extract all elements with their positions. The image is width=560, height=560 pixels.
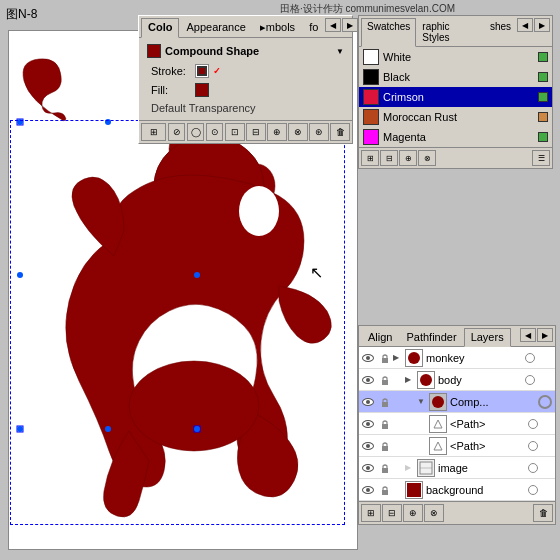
scroll-right[interactable]: ▶	[342, 18, 358, 32]
layer-path2[interactable]: <Path>	[359, 435, 555, 457]
tab-swatches[interactable]: Swatches	[361, 18, 416, 47]
visibility-image[interactable]	[359, 457, 377, 479]
eye-icon-compound	[362, 398, 374, 406]
layers-btn-trash[interactable]: 🗑	[533, 504, 553, 522]
toolbar-btn-9[interactable]: ⊛	[309, 123, 329, 141]
visibility-monkey[interactable]	[359, 347, 377, 369]
tab-align[interactable]: Align	[361, 328, 399, 346]
panel-toolbar: ⊞ ⊘ ◯ ⊙ ⊡ ⊟ ⊕ ⊗ ⊛ 🗑	[139, 120, 352, 143]
layer-body[interactable]: ▶ body	[359, 369, 555, 391]
layers-btn-3[interactable]: ⊕	[403, 504, 423, 522]
toolbar-btn-8[interactable]: ⊗	[288, 123, 308, 141]
layers-panel: Align Pathfinder Layers ◀ ▶ ▶	[358, 325, 556, 525]
swatch-name-black: Black	[383, 71, 534, 83]
swatch-name-moroccan-rust: Moroccan Rust	[383, 111, 534, 123]
tab-graphic-styles[interactable]: raphic Styles	[416, 18, 484, 46]
toolbar-btn-3[interactable]: ◯	[187, 123, 204, 141]
toolbar-btn-7[interactable]: ⊕	[267, 123, 287, 141]
lock-path2[interactable]	[377, 435, 393, 457]
layers-btn-4[interactable]: ⊗	[424, 504, 444, 522]
visibility-compound[interactable]	[359, 391, 377, 413]
tab-layers[interactable]: Layers	[464, 328, 511, 347]
thumb-icon-body	[418, 372, 434, 388]
lock-background[interactable]	[377, 479, 393, 501]
tab-fo[interactable]: fo	[302, 18, 325, 37]
swatch-box-black	[363, 69, 379, 85]
visibility-body[interactable]	[359, 369, 377, 391]
sw-btn-5[interactable]: ☰	[532, 150, 550, 166]
layers-btn-2[interactable]: ⊟	[382, 504, 402, 522]
lock-icon-compound	[380, 397, 390, 407]
swatch-magenta[interactable]: Magenta	[359, 127, 552, 147]
lock-image[interactable]	[377, 457, 393, 479]
sw-btn-1[interactable]: ⊞	[361, 150, 379, 166]
toolbar-btn-4[interactable]: ⊙	[206, 123, 223, 141]
tab-symbols[interactable]: ▸mbols	[253, 18, 302, 37]
toolbar-btn-6[interactable]: ⊟	[246, 123, 266, 141]
swatch-indicator-black	[538, 72, 548, 82]
tab-pathfinder[interactable]: Pathfinder	[399, 328, 463, 346]
eye-icon-body	[362, 376, 374, 384]
sw-btn-2[interactable]: ⊟	[380, 150, 398, 166]
layers-toolbar: ⊞ ⊟ ⊕ ⊗ 🗑	[359, 501, 555, 524]
lock-path1[interactable]	[377, 413, 393, 435]
toolbar-btn-2[interactable]: ⊘	[168, 123, 185, 141]
visibility-background[interactable]	[359, 479, 377, 501]
lock-monkey[interactable]	[377, 347, 393, 369]
svg-point-15	[194, 272, 200, 278]
swatches-tabs: Swatches raphic Styles shes ◀ ▶	[359, 16, 552, 47]
swatch-black[interactable]: Black	[359, 67, 552, 87]
layer-compound[interactable]: ▼ Comp...	[359, 391, 555, 413]
triangle-image[interactable]: ▶	[405, 463, 417, 472]
swatch-name-white: White	[383, 51, 534, 63]
eye-icon-image	[362, 464, 374, 472]
swatch-box-crimson	[363, 89, 379, 105]
layer-image[interactable]: ▶ image	[359, 457, 555, 479]
sw-scroll-left[interactable]: ◀	[517, 18, 533, 32]
swatch-box-moroccan-rust	[363, 109, 379, 125]
visibility-path2[interactable]	[359, 435, 377, 457]
lock-body[interactable]	[377, 369, 393, 391]
svg-point-5	[239, 186, 279, 236]
swatch-white[interactable]: White	[359, 47, 552, 67]
sw-btn-4[interactable]: ⊗	[418, 150, 436, 166]
layers-toolbar-spacer: 🗑	[533, 504, 553, 522]
spacer-body	[538, 373, 552, 387]
visibility-path1[interactable]	[359, 413, 377, 435]
swatch-crimson[interactable]: Crimson	[359, 87, 552, 107]
sw-btn-3[interactable]: ⊕	[399, 150, 417, 166]
layers-btn-1[interactable]: ⊞	[361, 504, 381, 522]
svg-point-4	[129, 361, 259, 451]
fill-swatch[interactable]	[195, 83, 209, 97]
figure-label: 图N-8	[6, 6, 37, 23]
thumb-body	[417, 371, 435, 389]
swatch-moroccan-rust[interactable]: Moroccan Rust	[359, 107, 552, 127]
layer-scroll-down[interactable]: ▶	[537, 328, 553, 342]
lock-compound[interactable]	[377, 391, 393, 413]
svg-rect-25	[382, 446, 388, 451]
svg-rect-22	[382, 402, 388, 407]
triangle-monkey[interactable]: ▶	[393, 353, 405, 362]
stroke-swatch[interactable]	[195, 64, 209, 78]
svg-point-19	[408, 352, 420, 364]
triangle-compound[interactable]: ▼	[417, 397, 429, 406]
lock-icon-image	[380, 463, 390, 473]
toolbar-btn-5[interactable]: ⊡	[225, 123, 245, 141]
layer-background[interactable]: background	[359, 479, 555, 501]
trash-btn[interactable]: 🗑	[330, 123, 350, 141]
tab-appearance[interactable]: Appearance	[179, 18, 252, 37]
layer-scroll-up[interactable]: ◀	[520, 328, 536, 342]
sw-scroll-right[interactable]: ▶	[534, 18, 550, 32]
triangle-body[interactable]: ▶	[405, 375, 417, 384]
tab-brushes[interactable]: shes	[484, 18, 517, 46]
svg-rect-26	[382, 468, 388, 473]
target-compound[interactable]	[538, 395, 552, 409]
scroll-left[interactable]: ◀	[325, 18, 341, 32]
tab-color[interactable]: Colo	[141, 18, 179, 38]
dropdown-arrow[interactable]: ▼	[336, 47, 344, 56]
layer-path1[interactable]: <Path>	[359, 413, 555, 435]
layer-monkey[interactable]: ▶ monkey	[359, 347, 555, 369]
toolbar-btn-1[interactable]: ⊞	[141, 123, 166, 141]
thumb-path1	[429, 415, 447, 433]
thumb-icon-path1	[430, 416, 446, 432]
